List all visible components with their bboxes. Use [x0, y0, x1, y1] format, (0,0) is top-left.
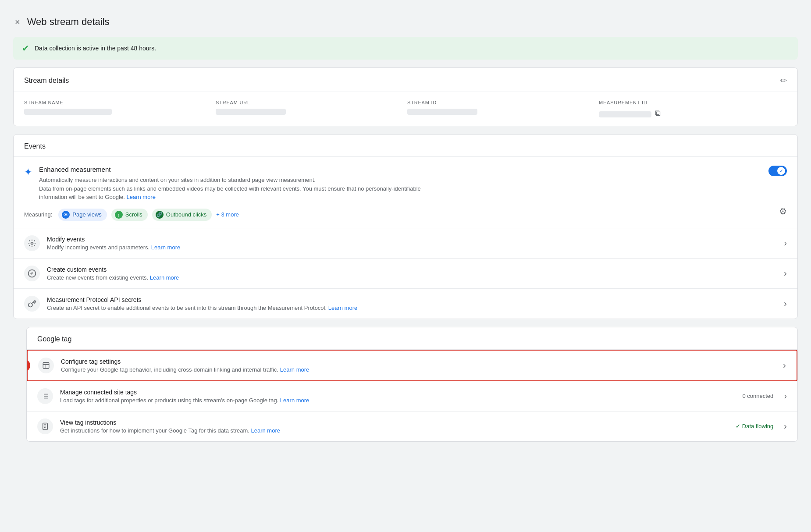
- events-card: Events ✦ Enhanced measurement Automatica…: [13, 134, 798, 319]
- page-views-chip-icon: 👁: [62, 211, 70, 219]
- more-chips-button[interactable]: + 3 more: [216, 211, 239, 218]
- measurement-protocol-learn-more[interactable]: Learn more: [328, 305, 357, 311]
- modify-events-desc: Modify incoming events and parameters. L…: [47, 244, 777, 251]
- configure-tag-icon: [38, 358, 54, 373]
- configure-tag-desc: Configure your Google tag behavior, incl…: [61, 366, 769, 373]
- measurement-protocol-chevron-icon: ›: [784, 298, 787, 309]
- measuring-chips-row: Measuring: 👁 Page views ↕ Scrolls 🔗 Ou: [24, 209, 239, 221]
- google-tag-title: Google tag: [27, 327, 797, 350]
- view-tag-instructions-row[interactable]: View tag instructions Get instructions f…: [27, 411, 797, 441]
- create-custom-events-title: Create custom events: [47, 266, 777, 273]
- enhanced-measurement-desc: Automatically measure interactions and c…: [39, 176, 434, 202]
- manage-connected-tags-row[interactable]: Manage connected site tags Load tags for…: [27, 381, 797, 411]
- google-tag-section-wrapper: Google tag 4 Configure tag settings Conf…: [13, 327, 798, 442]
- enhanced-measurement-learn-more[interactable]: Learn more: [126, 194, 155, 200]
- manage-connected-icon: [37, 388, 53, 404]
- view-tag-learn-more[interactable]: Learn more: [251, 427, 280, 434]
- view-tag-title: View tag instructions: [60, 419, 729, 426]
- events-section-title: Events: [14, 135, 797, 157]
- modify-events-learn-more[interactable]: Learn more: [151, 244, 180, 251]
- create-custom-events-row[interactable]: Create custom events Create new events f…: [14, 259, 797, 289]
- configure-tag-title: Configure tag settings: [61, 358, 769, 365]
- page-title: Web stream details: [27, 16, 110, 28]
- enhanced-measurement-title: Enhanced measurement: [39, 166, 434, 173]
- chip-scrolls[interactable]: ↕ Scrolls: [111, 209, 148, 221]
- measurement-protocol-desc: Create an API secret to enable additiona…: [47, 305, 777, 311]
- chip-outbound-clicks[interactable]: 🔗 Outbound clicks: [152, 209, 212, 221]
- stream-details-header: Stream details ✏: [14, 68, 797, 92]
- measurement-protocol-icon: [24, 296, 40, 312]
- measurement-id-value: [599, 111, 651, 117]
- configure-tag-row-wrapper: 4 Configure tag settings Configure your …: [27, 350, 797, 381]
- google-tag-card: Google tag 4 Configure tag settings Conf…: [26, 327, 798, 442]
- stream-url-label: STREAM URL: [216, 100, 404, 105]
- stream-details-grid: STREAM NAME STREAM URL STREAM ID MEASURE…: [14, 92, 797, 126]
- view-tag-icon: [37, 419, 53, 434]
- measurement-protocol-row[interactable]: Measurement Protocol API secrets Create …: [14, 289, 797, 319]
- data-flowing-badge: ✓ Data flowing: [736, 423, 773, 429]
- enhanced-measurement-icon: ✦: [24, 167, 32, 178]
- enhanced-measurement-block: ✦ Enhanced measurement Automatically mea…: [14, 157, 797, 228]
- create-custom-events-icon: [24, 266, 40, 281]
- stream-details-title: Stream details: [24, 77, 69, 85]
- stream-name-value: [24, 109, 112, 115]
- modify-events-chevron-icon: ›: [784, 238, 787, 248]
- create-custom-events-desc: Create new events from existing events. …: [47, 274, 777, 281]
- measuring-label: Measuring:: [24, 211, 52, 218]
- configure-tag-learn-more[interactable]: Learn more: [280, 366, 309, 373]
- alert-banner: ✔ Data collection is active in the past …: [13, 37, 798, 60]
- view-tag-desc: Get instructions for how to implement yo…: [60, 427, 729, 434]
- check-circle-icon: ✔: [22, 43, 29, 53]
- measurement-id-label: MEASUREMENT ID: [599, 100, 787, 105]
- manage-connected-learn-more[interactable]: Learn more: [280, 397, 309, 404]
- stream-id-value: [407, 109, 477, 115]
- stream-name-field: STREAM NAME: [24, 100, 212, 118]
- chip-page-views[interactable]: 👁 Page views: [58, 209, 107, 221]
- manage-connected-title: Manage connected site tags: [60, 389, 735, 396]
- stream-details-card: Stream details ✏ STREAM NAME STREAM URL …: [13, 67, 798, 126]
- modify-events-row[interactable]: Modify events Modify incoming events and…: [14, 228, 797, 259]
- stream-id-field: STREAM ID: [407, 100, 595, 118]
- stream-url-value: [216, 109, 286, 115]
- connected-count: 0 connected: [742, 393, 773, 399]
- create-custom-events-chevron-icon: ›: [784, 268, 787, 278]
- configure-tag-settings-row[interactable]: Configure tag settings Configure your Go…: [28, 351, 797, 380]
- scrolls-chip-icon: ↕: [115, 211, 123, 219]
- stream-url-field: STREAM URL: [216, 100, 404, 118]
- create-custom-events-learn-more[interactable]: Learn more: [150, 274, 179, 281]
- stream-name-label: STREAM NAME: [24, 100, 212, 105]
- modify-events-icon: [24, 235, 40, 251]
- measurement-id-field: MEASUREMENT ID ⧉: [599, 100, 787, 118]
- close-button[interactable]: ×: [13, 16, 22, 28]
- page-header: × Web stream details: [13, 9, 798, 37]
- measurement-protocol-title: Measurement Protocol API secrets: [47, 296, 777, 303]
- alert-text: Data collection is active in the past 48…: [35, 45, 156, 52]
- stream-id-label: STREAM ID: [407, 100, 595, 105]
- enhanced-settings-gear-icon[interactable]: ⚙: [779, 206, 787, 216]
- enhanced-measurement-toggle[interactable]: ✓: [768, 166, 787, 176]
- view-tag-chevron-icon: ›: [784, 421, 787, 431]
- manage-connected-chevron-icon: ›: [784, 391, 787, 401]
- copy-icon[interactable]: ⧉: [655, 109, 661, 118]
- outbound-clicks-chip-icon: 🔗: [156, 211, 164, 219]
- modify-events-title: Modify events: [47, 236, 777, 243]
- svg-point-0: [31, 242, 33, 244]
- svg-rect-2: [43, 362, 49, 369]
- manage-connected-desc: Load tags for additional properties or p…: [60, 397, 735, 404]
- configure-tag-chevron-icon: ›: [783, 360, 786, 370]
- edit-icon[interactable]: ✏: [780, 76, 787, 85]
